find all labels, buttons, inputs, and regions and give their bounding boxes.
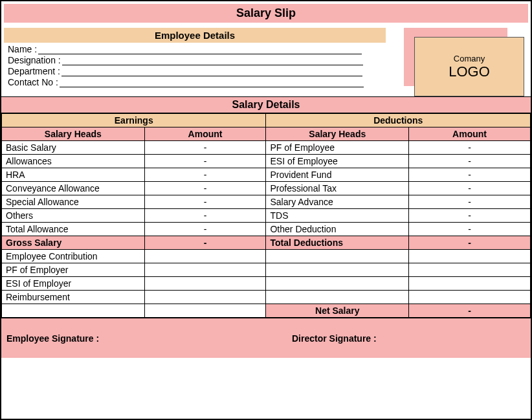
net-salary-label: Net Salary	[266, 304, 409, 318]
col-amount-right: Amount	[409, 127, 531, 141]
deduction-label: Salary Advance	[266, 195, 409, 209]
table-row: PF of Employer	[2, 263, 531, 277]
signature-area: Employee Signature : Director Signature …	[1, 318, 531, 358]
input-line-designation[interactable]	[62, 55, 363, 65]
empty-cell	[409, 291, 531, 304]
table-row: Conveyance Allowance - Professional Tax …	[2, 182, 531, 195]
employee-details-section: Employee Details Name : Designation : De…	[1, 28, 531, 87]
total-deductions-label: Total Deductions	[266, 236, 409, 250]
employee-details-header: Employee Details	[4, 28, 386, 43]
extra-label: Reimbursement	[2, 291, 145, 304]
table-row: Basic Salary - PF of Employee -	[2, 141, 531, 155]
table-row: Total Allowance - Other Deduction -	[2, 223, 531, 236]
table-row: Employee Contribution	[2, 250, 531, 263]
empty-cell	[2, 304, 145, 318]
deduction-label: Professional Tax	[266, 182, 409, 195]
earning-amount: -	[144, 209, 266, 223]
extra-label: Employee Contribution	[2, 250, 145, 263]
deduction-amount: -	[409, 223, 531, 236]
deduction-label: Other Deduction	[266, 223, 409, 236]
empty-cell	[144, 277, 266, 291]
deduction-amount: -	[409, 182, 531, 195]
table-row: Allowances - ESI of Employee -	[2, 155, 531, 168]
empty-cell	[409, 277, 531, 291]
empty-cell	[409, 263, 531, 277]
salary-table: Earnings Deductions Salary Heads Amount …	[1, 113, 531, 318]
empty-cell	[266, 263, 409, 277]
empty-cell	[266, 277, 409, 291]
earning-label: Others	[2, 209, 145, 223]
earning-label: Special Allowance	[2, 195, 145, 209]
earning-amount: -	[144, 223, 266, 236]
empty-cell	[144, 263, 266, 277]
empty-cell	[144, 250, 266, 263]
label-contact: Contact No :	[8, 77, 58, 87]
deduction-label: PF of Employee	[266, 141, 409, 155]
col-amount-left: Amount	[144, 127, 266, 141]
page-title: Salary Slip	[4, 4, 528, 23]
earning-amount: -	[144, 155, 266, 168]
logo-text-2: LOGO	[449, 63, 490, 80]
earning-amount: -	[144, 182, 266, 195]
earning-label: HRA	[2, 168, 145, 182]
company-logo-placeholder: Comany LOGO	[414, 37, 524, 96]
employee-signature-label: Employee Signature :	[1, 333, 266, 344]
director-signature-label: Director Signature :	[266, 333, 531, 344]
deduction-amount: -	[409, 209, 531, 223]
deduction-label: Provident Fund	[266, 168, 409, 182]
deduction-label: TDS	[266, 209, 409, 223]
net-salary-amount: -	[409, 304, 531, 318]
earning-label: Conveyance Allowance	[2, 182, 145, 195]
col-salary-heads-right: Salary Heads	[266, 127, 409, 141]
deduction-amount: -	[409, 155, 531, 168]
empty-cell	[266, 291, 409, 304]
earning-amount: -	[144, 195, 266, 209]
logo-text-1: Comany	[454, 54, 485, 63]
table-row: Special Allowance - Salary Advance -	[2, 195, 531, 209]
deduction-amount: -	[409, 168, 531, 182]
table-row: Reimbursement	[2, 291, 531, 304]
deduction-label: ESI of Employee	[266, 155, 409, 168]
empty-cell	[266, 250, 409, 263]
deductions-header: Deductions	[266, 114, 531, 127]
deduction-amount: -	[409, 195, 531, 209]
input-line-department[interactable]	[61, 66, 362, 76]
earning-label: Basic Salary	[2, 141, 145, 155]
label-name: Name :	[8, 44, 37, 54]
net-salary-row: Net Salary -	[2, 304, 531, 318]
earning-amount: -	[144, 168, 266, 182]
table-row: HRA - Provident Fund -	[2, 168, 531, 182]
totals-row: Gross Salary - Total Deductions -	[2, 236, 531, 250]
earning-label: Total Allowance	[2, 223, 145, 236]
earning-label: Allowances	[2, 155, 145, 168]
earnings-header: Earnings	[2, 114, 266, 127]
logo-area: Comany LOGO	[395, 28, 524, 102]
deduction-amount: -	[409, 141, 531, 155]
label-department: Department :	[8, 66, 60, 76]
input-line-contact[interactable]	[60, 77, 364, 87]
salary-slip-page: Salary Slip Employee Details Name : Desi…	[0, 0, 532, 420]
extra-label: ESI of Employer	[2, 277, 145, 291]
extra-label: PF of Employer	[2, 263, 145, 277]
gross-salary-amount: -	[144, 236, 266, 250]
gross-salary-label: Gross Salary	[2, 236, 145, 250]
table-row: Others - TDS -	[2, 209, 531, 223]
empty-cell	[144, 291, 266, 304]
empty-cell	[409, 250, 531, 263]
total-deductions-amount: -	[409, 236, 531, 250]
table-row: ESI of Employer	[2, 277, 531, 291]
earning-amount: -	[144, 141, 266, 155]
empty-cell	[144, 304, 266, 318]
col-salary-heads-left: Salary Heads	[2, 127, 145, 141]
label-designation: Designation :	[8, 55, 61, 65]
input-line-name[interactable]	[38, 44, 362, 54]
